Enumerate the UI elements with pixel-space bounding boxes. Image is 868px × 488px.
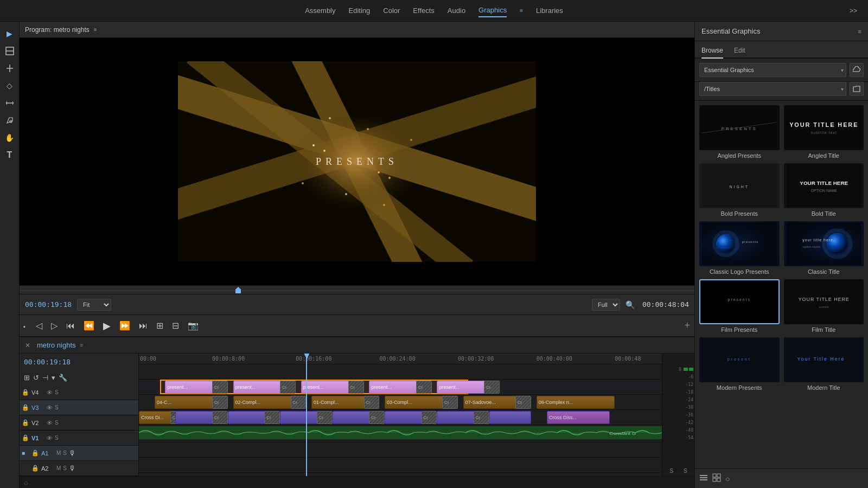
clip-present-5[interactable]: present... (437, 381, 489, 394)
clip-cr-4[interactable]: Cr (416, 381, 432, 394)
timeline-scrubber[interactable] (20, 285, 694, 294)
clip-purple-2[interactable] (228, 411, 270, 424)
clip-cr-5[interactable]: Cr (484, 381, 500, 394)
v4-solo-icon[interactable]: S (55, 389, 59, 395)
v2-solo-icon[interactable]: S (55, 420, 59, 426)
nav-libraries[interactable]: Libraries (536, 4, 563, 17)
folder-icon-button[interactable] (850, 82, 864, 96)
tab-browse[interactable]: Browse (701, 47, 723, 59)
v1-solo-icon[interactable]: S (55, 435, 59, 441)
v1-visibility-icon[interactable]: 👁 (47, 435, 53, 441)
fit-dropdown[interactable]: Fit 25% 50% 100% (77, 299, 111, 311)
clip-cr-v1-4[interactable]: Cr (317, 411, 333, 424)
clip-present-4[interactable]: present... (369, 381, 421, 394)
go-to-out-button[interactable]: ⏭ (137, 320, 150, 332)
clip-cr-v2-2[interactable]: Cr (291, 396, 307, 409)
track-tool-4[interactable]: ▾ (52, 374, 55, 382)
graphic-bold-title[interactable]: YOUR TITLE HERE OPTION NAME Bold Title (784, 163, 864, 217)
clip-cr-v1-5[interactable]: Cr (369, 411, 385, 424)
clip-cr-1[interactable]: Cr (212, 381, 228, 394)
panel-menu-icon[interactable]: ≡ (858, 28, 861, 35)
step-back-button[interactable]: ⏪ (81, 319, 97, 332)
track-tool-5[interactable]: 🔧 (59, 374, 67, 382)
clip-purple-5[interactable] (385, 411, 426, 424)
a1-solo-icon[interactable]: S (63, 450, 67, 456)
nav-effects[interactable]: Effects (413, 4, 435, 17)
track-tool-3[interactable]: ⊣ (42, 374, 48, 382)
clip-purple-6[interactable] (437, 411, 478, 424)
graphic-modern-presents[interactable]: present Modern Presents (699, 337, 780, 391)
clip-04c[interactable]: 04-C... (155, 396, 218, 409)
zoom-icon[interactable]: 🔍 (623, 299, 637, 310)
track-tool-2[interactable]: ↺ (33, 374, 39, 382)
slip-tool[interactable] (2, 95, 17, 111)
a1-lock-icon[interactable]: 🔒 (31, 450, 39, 457)
timeline-menu-icon[interactable]: ≡ (80, 342, 84, 348)
track-tool-1[interactable]: ⊞ (24, 374, 30, 382)
v2-lock-icon[interactable]: 🔒 (22, 419, 29, 426)
path-dropdown[interactable]: /Titles ▾ (699, 82, 846, 96)
v4-lock-icon[interactable]: 🔒 (22, 389, 29, 396)
a2-mute-icon[interactable]: M (56, 465, 61, 471)
add-button[interactable]: + (684, 320, 690, 331)
clip-cross-dissolve-end[interactable]: Cross Diss... (547, 411, 610, 424)
clip-cr-v2-1[interactable]: Cr (212, 396, 228, 409)
graphic-classic-title[interactable]: your title here option name Classic Titl… (784, 221, 864, 275)
clip-cr-v1-7[interactable]: Cr (474, 411, 489, 424)
a2-mic-icon[interactable]: 🎙 (69, 464, 76, 472)
nav-color[interactable]: Color (383, 4, 400, 17)
vu-s-right[interactable]: S (684, 468, 687, 474)
clip-purple-3[interactable] (280, 411, 322, 424)
quality-dropdown[interactable]: Full 1/2 1/4 (592, 299, 620, 311)
select-tool[interactable]: ▶ (2, 26, 17, 41)
graphic-classic-logo-presents[interactable]: presents Classic Logo Presents (699, 221, 780, 275)
mark-in-button[interactable]: ⬩ (20, 320, 29, 332)
v3-visibility-icon[interactable]: 👁 (47, 404, 53, 411)
clip-cr-3[interactable]: Cr (348, 381, 364, 394)
nav-assembly[interactable]: Assembly (305, 4, 335, 17)
a1-mute-icon[interactable]: M (56, 450, 61, 456)
step-forward-button[interactable]: ⏩ (117, 319, 132, 332)
a2-solo-icon[interactable]: S (63, 465, 67, 471)
pen-tool[interactable] (2, 113, 17, 128)
nav-audio[interactable]: Audio (448, 4, 465, 17)
text-tool[interactable]: T (2, 147, 17, 163)
clip-cr-v1-6[interactable]: Cr (422, 411, 437, 424)
clip-present-1[interactable]: present... (165, 381, 217, 394)
tab-edit[interactable]: Edit (734, 47, 745, 59)
a2-lock-icon[interactable]: 🔒 (31, 465, 39, 472)
timeline-close-button[interactable]: ✕ (25, 342, 30, 349)
clip-cr-v2-4[interactable]: Cr (442, 396, 458, 409)
clip-purple-4[interactable] (333, 411, 374, 424)
clip-cr-v2-5[interactable]: Cr (515, 396, 531, 409)
extract-button[interactable]: ▷ (49, 319, 60, 332)
nav-graphics[interactable]: Graphics (478, 4, 507, 17)
list-view-icon[interactable] (699, 473, 708, 484)
clip-cr-v2-3[interactable]: Cr (364, 396, 380, 409)
scrubber-head[interactable] (235, 287, 241, 293)
go-to-in-button[interactable]: ⏮ (64, 320, 77, 332)
source-dropdown[interactable]: Essential Graphics ▾ (699, 63, 846, 77)
graphic-film-presents[interactable]: presents Film Presents (699, 279, 780, 333)
track-select-tool[interactable] (2, 43, 17, 59)
cloud-icon-button[interactable] (850, 63, 864, 77)
vu-s-left[interactable]: S (669, 468, 673, 474)
graphic-modern-title[interactable]: Your Title Here Modern Title (784, 337, 864, 391)
v1-lock-icon[interactable]: 🔒 (22, 434, 29, 441)
clip-present-2[interactable]: present... (233, 381, 285, 394)
a1-mic-icon[interactable]: 🎙 (69, 449, 76, 457)
graphic-angled-presents[interactable]: PRESENTS Angled Presents (699, 105, 780, 159)
razor-tool[interactable]: ◇ (2, 78, 17, 93)
graphic-angled-title[interactable]: YOUR TITLE HERE subtitle text Angled Tit… (784, 105, 864, 159)
home-icon[interactable]: ⌂ (24, 479, 28, 486)
clip-03-compl[interactable]: 03-Compl... (385, 396, 448, 409)
clip-06-complex[interactable]: 06-Complex n... (537, 396, 615, 409)
circle-icon[interactable]: ○ (725, 474, 730, 483)
v2-visibility-icon[interactable]: 👁 (47, 420, 53, 426)
nav-editing[interactable]: Editing (349, 4, 371, 17)
hand-tool[interactable]: ✋ (2, 130, 17, 145)
graphic-film-title[interactable]: YOUR TITLE HERE subtitle Film Title (784, 279, 864, 333)
export-frame-button[interactable]: 📷 (186, 319, 201, 332)
mark-out-button[interactable]: ◁ (34, 319, 44, 332)
v3-lock-icon[interactable]: 🔒 (22, 404, 29, 411)
